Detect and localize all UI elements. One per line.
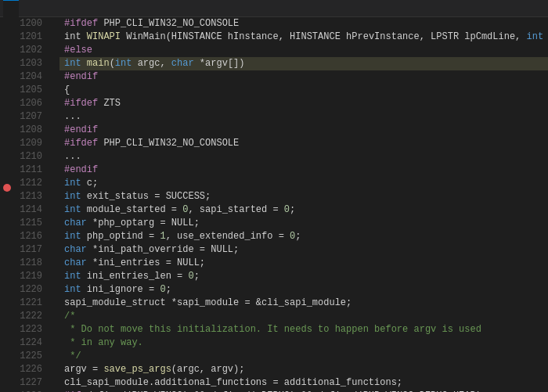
token: , sapi_started = bbox=[188, 203, 283, 217]
breakpoint-cell[interactable] bbox=[0, 227, 14, 238]
breakpoint-cell[interactable] bbox=[0, 249, 14, 260]
fold-indicator bbox=[49, 61, 59, 72]
breakpoint-cell[interactable] bbox=[0, 370, 14, 381]
breakpoint-cell[interactable] bbox=[0, 138, 14, 149]
breakpoint-dot bbox=[3, 184, 11, 192]
breakpoint-cell[interactable] bbox=[0, 72, 14, 83]
breakpoint-cell[interactable] bbox=[0, 282, 14, 293]
line-number: 1209 bbox=[17, 137, 42, 150]
breakpoint-cell[interactable] bbox=[0, 260, 14, 271]
fold-indicator bbox=[49, 117, 59, 128]
breakpoint-cell[interactable] bbox=[0, 348, 14, 359]
fold-indicator bbox=[49, 28, 59, 39]
token: * in any way. bbox=[64, 336, 143, 350]
line-number: 1222 bbox=[17, 310, 42, 323]
token: argv = bbox=[64, 363, 103, 376]
breakpoint-cell[interactable] bbox=[0, 160, 14, 171]
breakpoint-cell[interactable] bbox=[0, 84, 14, 95]
breakpoint-cell[interactable] bbox=[0, 293, 14, 304]
token: ; bbox=[166, 283, 171, 297]
fold-indicator bbox=[49, 72, 59, 83]
fold-indicator bbox=[49, 370, 59, 381]
code-line: int ini_ignore = 0; bbox=[59, 283, 548, 297]
fold-indicator bbox=[49, 282, 59, 293]
breakpoint-cell[interactable] bbox=[0, 337, 14, 348]
token: 1 bbox=[160, 230, 165, 243]
token: WinMain(HINSTANCE hInstance, HINSTANCE h… bbox=[121, 31, 526, 44]
token: int bbox=[115, 57, 132, 70]
breakpoint-cell[interactable] bbox=[0, 149, 14, 160]
token: argc, bbox=[132, 57, 171, 70]
breakpoint-cell[interactable] bbox=[0, 128, 14, 138]
fold-indicator bbox=[49, 326, 59, 337]
code-line: int c; bbox=[59, 177, 548, 190]
token: #ifdef bbox=[64, 137, 98, 150]
code-line: * Do not move this initialization. It ne… bbox=[59, 323, 548, 336]
code-line: int WINAPI WinMain(HINSTANCE hInstance, … bbox=[59, 31, 548, 44]
breakpoint-cell[interactable] bbox=[0, 315, 14, 326]
code-line: int ini_entries_len = 0; bbox=[59, 270, 548, 283]
line-number: 1225 bbox=[17, 350, 42, 363]
line-number: 1214 bbox=[17, 203, 42, 217]
breakpoint-cell[interactable] bbox=[0, 95, 14, 106]
line-number: 1210 bbox=[17, 150, 42, 164]
breakpoint-cell[interactable] bbox=[0, 17, 14, 28]
fold-gutter bbox=[49, 17, 59, 392]
breakpoint-cell[interactable] bbox=[0, 326, 14, 337]
code-line: * in any way. bbox=[59, 336, 548, 350]
line-number: 1227 bbox=[17, 376, 42, 390]
token: cli_sapi_module.additional_functions = a… bbox=[64, 376, 402, 390]
editor-container: 1200120112021203120412051206120712081209… bbox=[0, 0, 548, 392]
active-tab[interactable] bbox=[3, 0, 19, 17]
breakpoint-cell[interactable] bbox=[0, 39, 14, 50]
breakpoint-cell[interactable] bbox=[0, 271, 14, 282]
fold-indicator bbox=[49, 260, 59, 271]
token: char bbox=[64, 257, 87, 270]
token: c; bbox=[81, 177, 99, 190]
token: int bbox=[527, 31, 544, 44]
breakpoint-cell[interactable] bbox=[0, 238, 14, 249]
code-line: int main(int argc, char *argv[]) bbox=[59, 57, 548, 70]
breakpoint-cell[interactable] bbox=[0, 194, 14, 205]
fold-indicator bbox=[49, 293, 59, 304]
breakpoint-cell[interactable] bbox=[0, 106, 14, 117]
token: ini_ignore = bbox=[81, 283, 160, 297]
breakpoint-cell[interactable] bbox=[0, 304, 14, 315]
breakpoint-cell[interactable] bbox=[0, 28, 14, 39]
fold-indicator bbox=[49, 205, 59, 216]
code-line: #endif bbox=[59, 164, 548, 177]
token: #ifdef bbox=[64, 17, 98, 31]
token: #else bbox=[64, 44, 92, 57]
token: PHP_CLI_WIN32_NO_CONSOLE bbox=[98, 137, 239, 150]
token: int bbox=[64, 283, 81, 297]
token: module_started = bbox=[81, 203, 183, 217]
breakpoint-cell[interactable] bbox=[0, 50, 14, 61]
token: { bbox=[64, 84, 70, 97]
breakpoint-cell[interactable] bbox=[0, 359, 14, 370]
breakpoint-cell[interactable] bbox=[0, 117, 14, 128]
breakpoint-cell[interactable] bbox=[0, 171, 14, 182]
token: *php_optarg = NULL; bbox=[87, 217, 200, 230]
line-number: 1224 bbox=[17, 336, 42, 350]
token: (argc, argv); bbox=[171, 363, 245, 376]
line-number: 1208 bbox=[17, 124, 42, 137]
token: int bbox=[64, 177, 81, 190]
line-number: 1204 bbox=[17, 70, 42, 84]
fold-indicator bbox=[49, 359, 59, 370]
code-line: sapi_module_struct *sapi_module = &cli_s… bbox=[59, 297, 548, 310]
token: sapi_module_struct *sapi_module = &cli_s… bbox=[64, 297, 352, 310]
fold-indicator bbox=[49, 50, 59, 61]
fold-indicator bbox=[49, 149, 59, 160]
token: ( bbox=[110, 57, 115, 70]
token: 0 bbox=[284, 203, 290, 217]
breakpoint-cell[interactable] bbox=[0, 216, 14, 227]
code-line: /* bbox=[59, 310, 548, 323]
token: 0 bbox=[160, 283, 165, 297]
breakpoint-cell[interactable] bbox=[0, 182, 14, 193]
breakpoint-cell[interactable] bbox=[0, 205, 14, 216]
breakpoint-cell[interactable] bbox=[0, 61, 14, 72]
breakpoint-cell[interactable] bbox=[0, 381, 14, 392]
code-line: int php_optind = 1, use_extended_info = … bbox=[59, 230, 548, 243]
token: int bbox=[64, 31, 87, 44]
token: 0 bbox=[290, 230, 295, 243]
